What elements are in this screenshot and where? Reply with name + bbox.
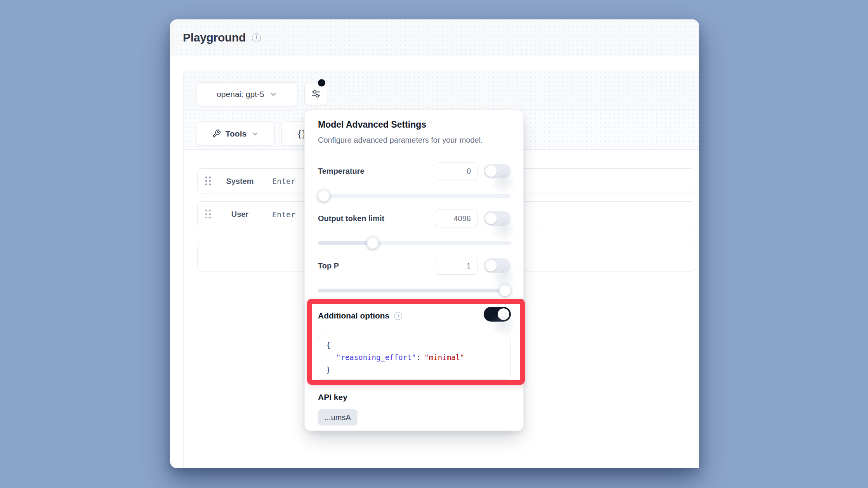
page-title: Playground bbox=[183, 31, 246, 44]
playground-window: Playground i openai: gpt-5 bbox=[170, 19, 699, 468]
popover-subtitle: Configure advanced parameters for your m… bbox=[318, 136, 483, 145]
temperature-label: Temperature bbox=[318, 162, 365, 180]
model-settings-button[interactable] bbox=[304, 83, 327, 105]
additional-options-json-editor[interactable]: { "reasoning_effort":"minimal" } bbox=[318, 335, 511, 380]
settings-notification-dot bbox=[318, 79, 325, 87]
output-token-limit-input[interactable]: 4096 bbox=[435, 209, 477, 227]
top-p-slider[interactable] bbox=[318, 285, 511, 296]
chevron-down-icon bbox=[251, 130, 259, 138]
code-line-close: } bbox=[326, 365, 330, 374]
drag-handle-icon[interactable] bbox=[205, 210, 211, 219]
output-token-limit-toggle[interactable] bbox=[484, 211, 511, 226]
model-selector-label: openai: gpt-5 bbox=[217, 90, 264, 99]
message-role-label: System bbox=[211, 177, 269, 186]
code-line-body: "reasoning_effort":"minimal" bbox=[326, 353, 464, 362]
additional-options-text: Additional options bbox=[318, 311, 389, 320]
api-key-value-chip[interactable]: ...umsA bbox=[318, 409, 358, 426]
additional-options-toggle[interactable] bbox=[484, 307, 511, 322]
window-header: Playground i bbox=[170, 19, 699, 56]
message-placeholder[interactable]: Enter bbox=[272, 210, 295, 219]
message-role-label: User bbox=[211, 210, 269, 219]
output-token-limit-label: Output token limit bbox=[318, 209, 384, 227]
additional-options-label: Additional options i bbox=[318, 311, 402, 320]
model-selector[interactable]: openai: gpt-5 bbox=[197, 82, 297, 106]
sliders-icon bbox=[311, 89, 321, 99]
code-colon: : bbox=[416, 353, 420, 362]
top-p-label: Top P bbox=[318, 257, 339, 275]
info-icon[interactable]: i bbox=[252, 33, 261, 42]
api-key-label: API key bbox=[318, 393, 347, 402]
code-key: "reasoning_effort" bbox=[336, 353, 416, 362]
drag-handle-icon[interactable] bbox=[205, 177, 211, 186]
temperature-toggle[interactable] bbox=[484, 164, 511, 178]
temperature-slider[interactable] bbox=[318, 190, 511, 202]
message-placeholder[interactable]: Enter bbox=[272, 177, 295, 186]
tools-button[interactable]: Tools bbox=[196, 121, 275, 146]
chevron-down-icon bbox=[269, 90, 278, 99]
top-p-input[interactable]: 1 bbox=[435, 257, 477, 275]
tools-button-label: Tools bbox=[226, 129, 247, 138]
wrench-icon bbox=[212, 129, 221, 138]
model-advanced-settings-popover: Model Advanced Settings Configure advanc… bbox=[304, 110, 524, 431]
temperature-input[interactable]: 0 bbox=[435, 162, 477, 180]
code-line-open: { bbox=[326, 341, 330, 349]
code-value: "minimal" bbox=[424, 353, 464, 362]
top-p-toggle[interactable] bbox=[484, 258, 511, 273]
output-token-limit-slider[interactable] bbox=[318, 237, 511, 249]
popover-title: Model Advanced Settings bbox=[318, 119, 426, 130]
info-icon[interactable]: i bbox=[394, 312, 402, 320]
